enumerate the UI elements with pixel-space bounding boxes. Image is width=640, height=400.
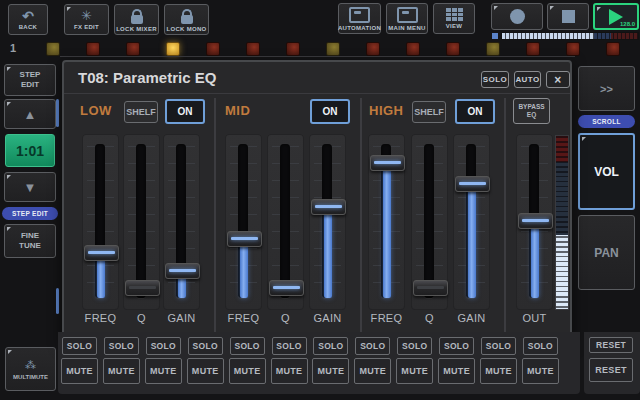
step-edit-mode-button[interactable]: STEP EDIT [4,64,56,96]
lock-mixer-button[interactable]: LOCK MIXER [114,4,159,35]
mid-gain-slider[interactable] [309,134,346,310]
handle-stripe [374,161,401,164]
mid-gain-handle[interactable] [311,199,346,215]
scrollbar-thumb[interactable] [56,99,59,127]
step-down-button[interactable]: ▼ [4,172,56,202]
dialog-solo-button[interactable]: SOLO [481,71,509,88]
on-button-mid[interactable]: ON [310,99,350,124]
out-slider[interactable] [516,134,553,310]
mid-freq-slider[interactable] [225,134,262,310]
mute-button[interactable]: MUTE [103,358,140,384]
dialog-auto-button[interactable]: AUTO [514,71,541,88]
mute-button[interactable]: MUTE [229,358,266,384]
position-display: 1:01 [5,134,55,167]
top-toolbar: ↶ BACK ✳ FX EDIT LOCK MIXER LOCK MONO AU… [0,0,640,40]
low-gain-slider[interactable] [163,134,200,310]
multimute-label: MULTIMUTE [13,374,48,380]
solo-button[interactable]: SOLO [481,337,516,355]
slider-fill [324,212,332,298]
step-led [566,42,580,56]
view-button[interactable]: VIEW [433,3,475,34]
slider-fill [240,244,248,298]
mid-q-slider[interactable] [267,134,304,310]
solo-button[interactable]: SOLO [523,337,558,355]
dialog-close-button[interactable]: × [546,71,570,88]
vol-tab-button[interactable]: VOL [578,133,635,210]
bar-number: 1 [10,42,16,54]
more-button[interactable]: >> [578,66,635,111]
solo-button[interactable]: SOLO [230,337,265,355]
mute-button[interactable]: MUTE [396,358,433,384]
slider-track[interactable] [136,144,146,298]
reset-panel: RESET RESET [584,332,640,394]
reset-mute-button[interactable]: RESET [589,358,633,382]
mute-button[interactable]: MUTE [480,358,517,384]
high-gain-slider[interactable] [453,134,490,310]
solo-button[interactable]: SOLO [313,337,348,355]
mute-button[interactable]: MUTE [354,358,391,384]
mute-button[interactable]: MUTE [438,358,475,384]
step-up-button[interactable]: ▲ [4,99,56,129]
record-button[interactable] [491,3,543,30]
slider-track[interactable] [424,144,434,298]
automation-button[interactable]: AUTOMATION [338,3,381,34]
high-q-slider[interactable] [411,134,448,310]
low-q-handle[interactable] [125,280,160,296]
pan-tab-button[interactable]: PAN [578,215,635,290]
mute-button[interactable]: MUTE [61,358,98,384]
mute-button[interactable]: MUTE [271,358,308,384]
mid-q-handle[interactable] [269,280,304,296]
shelf-button-high[interactable]: SHELF [412,101,446,123]
step-led [326,42,340,56]
slider-track[interactable] [280,144,290,298]
solo-button[interactable]: SOLO [104,337,139,355]
tempo-readout: 128.0 [620,21,635,27]
solo-button[interactable]: SOLO [355,337,390,355]
reset-solo-button[interactable]: RESET [589,337,633,353]
out-label: OUT [516,312,553,324]
high-freq-slider[interactable] [368,134,405,310]
solo-button[interactable]: SOLO [62,337,97,355]
out-handle[interactable] [518,213,553,229]
high-q-handle[interactable] [413,280,448,296]
fine-tune-button[interactable]: FINE TUNE [4,224,56,258]
solo-button[interactable]: SOLO [439,337,474,355]
play-button[interactable]: 128.0 [593,3,639,30]
solo-button[interactable]: SOLO [146,337,181,355]
stop-button[interactable] [547,3,589,30]
main-menu-button[interactable]: MAIN MENU [386,3,428,34]
high-freq-handle[interactable] [370,155,405,171]
low-freq-handle[interactable] [84,245,119,261]
step-edit-pill-label: STEP EDIT [12,210,48,217]
handle-stripe [129,286,156,289]
solo-button[interactable]: SOLO [272,337,307,355]
lock-icon [181,15,193,24]
scrollbar-thumb[interactable] [56,288,59,314]
position-bar[interactable] [501,32,639,40]
fx-edit-label: FX EDIT [74,24,99,30]
high-gain-handle[interactable] [455,176,490,192]
fx-edit-button[interactable]: ✳ FX EDIT [64,4,109,35]
mid-freq-handle[interactable] [227,231,262,247]
stop-icon [562,10,575,23]
on-button-low[interactable]: ON [165,99,205,124]
high-gain-label: GAIN [453,312,490,324]
shelf-button-low[interactable]: SHELF [124,101,158,123]
back-button[interactable]: ↶ BACK [8,4,48,35]
multimute-button[interactable]: ⁂ MULTIMUTE [5,347,56,391]
mute-button[interactable]: MUTE [187,358,224,384]
on-button-high[interactable]: ON [455,99,495,124]
solo-button[interactable]: SOLO [188,337,223,355]
mute-button[interactable]: MUTE [522,358,559,384]
low-gain-handle[interactable] [165,263,200,279]
mute-button[interactable]: MUTE [145,358,182,384]
bypass-eq-button[interactable]: BYPASS EQ [513,98,550,124]
lock-mono-button[interactable]: LOCK MONO [164,4,209,35]
mute-button[interactable]: MUTE [312,358,349,384]
low-freq-slider[interactable] [82,134,119,310]
low-q-slider[interactable] [123,134,160,310]
solo-button[interactable]: SOLO [397,337,432,355]
handle-stripe [273,286,300,289]
step-led [366,42,380,56]
eq-dialog: T08: Parametric EQ SOLO AUTO × LOWSHELFO… [62,60,572,342]
